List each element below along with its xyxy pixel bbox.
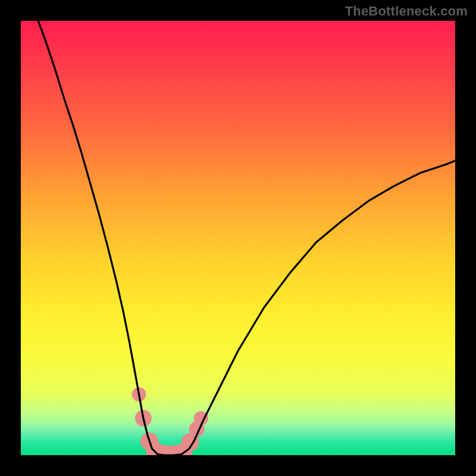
chart-frame: TheBottleneck.com bbox=[0, 0, 476, 476]
watermark-text: TheBottleneck.com bbox=[345, 4, 468, 19]
bottleneck-curve bbox=[38, 21, 455, 455]
plot-area bbox=[21, 21, 455, 455]
curve-layer bbox=[21, 21, 455, 455]
